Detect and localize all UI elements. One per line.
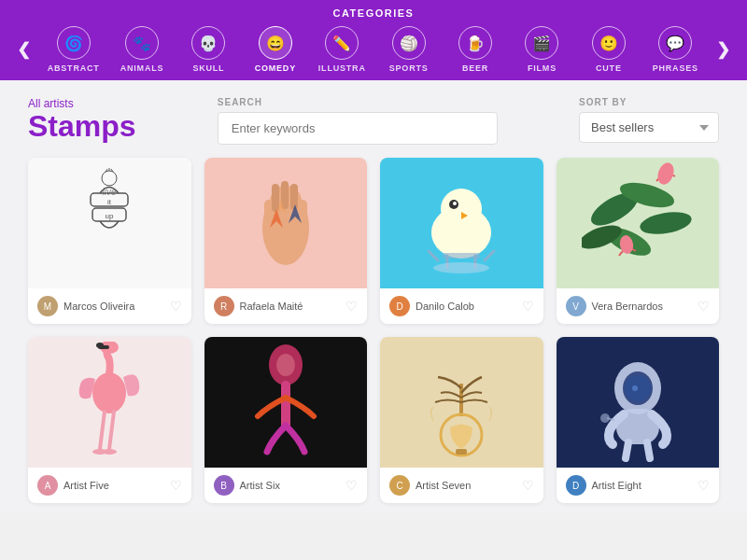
nav-item-sports[interactable]: 🏐 SPORTS [379, 24, 439, 75]
svg-point-57 [632, 385, 638, 391]
artist-info-2: R Rafaela Maité [214, 296, 303, 316]
svg-rect-28 [443, 253, 480, 259]
sort-label: SORT BY [579, 97, 719, 107]
beer-label: BEER [462, 63, 488, 73]
card-2[interactable]: R Rafaela Maité ♡ [204, 158, 368, 324]
card-illustration-1: live it up [28, 158, 191, 288]
skull-label: SKULL [192, 63, 224, 73]
sort-select[interactable]: Best sellers Newest Most liked [579, 112, 719, 143]
card-6[interactable]: B Artist Six ♡ [204, 337, 368, 503]
nav-item-abstract[interactable]: 🌀 ABSTRACT [42, 24, 106, 75]
header-row: All artists Stamps SEARCH SORT BY Best s… [28, 97, 719, 145]
card-illustration-8 [557, 337, 720, 468]
svg-point-22 [453, 202, 457, 205]
card-4[interactable]: V Vera Bernardos ♡ [557, 158, 720, 324]
abstract-icon: 🌀 [57, 26, 91, 60]
svg-line-41 [100, 412, 105, 449]
card-7[interactable]: C Artist Seven ♡ [380, 337, 543, 503]
heart-icon-3[interactable]: ♡ [522, 299, 534, 314]
artist-info-8: D Artist Eight [566, 475, 641, 496]
card-8[interactable]: D Artist Eight ♡ [557, 337, 720, 503]
heart-icon-7[interactable]: ♡ [522, 478, 534, 493]
all-artists-link[interactable]: All artists [28, 97, 136, 110]
stamps-grid: live it up M Marcos Oliveira ♡ [28, 158, 719, 503]
card-footer-3: D Danilo Calob ♡ [380, 288, 543, 324]
cute-label: CUTE [596, 63, 622, 73]
artist-name-7: Artist Seven [416, 480, 471, 491]
card-image-1: live it up [28, 158, 191, 288]
avatar-2: R [214, 296, 234, 316]
svg-point-29 [433, 262, 489, 273]
svg-point-20 [441, 189, 482, 230]
heart-icon-4[interactable]: ♡ [698, 299, 710, 314]
artist-name-4: Vera Bernardos [592, 301, 663, 312]
artist-name-8: Artist Eight [592, 480, 641, 491]
cute-icon: 🙂 [592, 26, 626, 60]
card-illustration-5 [28, 337, 191, 468]
svg-point-37 [92, 372, 126, 413]
card-image-5 [28, 337, 191, 468]
artist-name-5: Artist Five [63, 480, 109, 491]
search-input[interactable] [218, 112, 498, 145]
card-1[interactable]: live it up M Marcos Oliveira ♡ [28, 158, 191, 324]
prev-arrow[interactable]: ❮ [9, 39, 38, 60]
heart-icon-5[interactable]: ♡ [170, 478, 182, 493]
avatar-3: D [389, 296, 410, 316]
illustra-label: ILLUSTRA [318, 63, 366, 73]
card-illustration-6 [204, 337, 368, 468]
artist-name-2: Rafaela Maité [240, 301, 303, 312]
heart-icon-6[interactable]: ♡ [345, 478, 358, 493]
svg-text:up: up [106, 212, 114, 220]
artist-name-6: Artist Six [240, 480, 280, 491]
artist-info-1: M Marcos Oliveira [37, 296, 134, 316]
artist-name-1: Marcos Oliveira [63, 301, 134, 312]
card-5[interactable]: A Artist Five ♡ [28, 337, 191, 503]
card-footer-2: R Rafaela Maité ♡ [204, 288, 368, 324]
card-3[interactable]: D Danilo Calob ♡ [380, 158, 543, 324]
card-illustration-7 [380, 337, 543, 468]
card-image-3 [380, 158, 543, 288]
heart-icon-2[interactable]: ♡ [345, 299, 358, 314]
svg-text:it: it [107, 198, 112, 206]
avatar-6: B [214, 475, 234, 496]
svg-point-40 [96, 343, 104, 348]
nav-item-animals[interactable]: 🐾 ANIMALS [112, 24, 172, 75]
nav-item-films[interactable]: 🎬 FILMS [512, 24, 571, 75]
next-arrow[interactable]: ❯ [709, 39, 738, 60]
abstract-label: ABSTRACT [48, 63, 100, 73]
films-label: FILMS [528, 63, 557, 73]
illustra-icon: ✏️ [325, 26, 359, 60]
svg-point-32 [638, 208, 693, 237]
page-title: Stamps [28, 110, 136, 143]
nav-item-phrases[interactable]: 💬 PHRASES [645, 24, 705, 75]
nav-items-container: 🌀 ABSTRACT 🐾 ANIMALS 💀 SKULL 😄 COMEDY ✏️… [38, 24, 709, 75]
sort-section: SORT BY Best sellers Newest Most liked [579, 97, 719, 143]
beer-icon: 🍺 [458, 26, 492, 60]
svg-line-24 [429, 251, 438, 260]
nav-item-comedy[interactable]: 😄 COMEDY [246, 24, 305, 75]
card-footer-6: B Artist Six ♡ [204, 468, 368, 503]
svg-rect-13 [272, 184, 279, 212]
svg-point-44 [102, 449, 117, 455]
nav-item-skull[interactable]: 💀 SKULL [178, 24, 238, 75]
animals-label: ANIMALS [120, 63, 164, 73]
card-image-7 [380, 337, 543, 468]
card-footer-5: A Artist Five ♡ [28, 468, 191, 503]
nav-items-row: ❮ 🌀 ABSTRACT 🐾 ANIMALS 💀 SKULL 😄 COMEDY … [0, 24, 747, 75]
skull-icon: 💀 [191, 26, 225, 60]
svg-rect-48 [456, 449, 467, 455]
svg-point-5 [102, 171, 117, 186]
avatar-4: V [566, 296, 586, 316]
heart-icon-1[interactable]: ♡ [170, 299, 182, 314]
search-section: SEARCH [218, 97, 498, 145]
films-icon: 🎬 [525, 26, 558, 60]
nav-item-cute[interactable]: 🙂 CUTE [579, 24, 639, 75]
sports-label: SPORTS [389, 63, 429, 73]
svg-rect-12 [298, 200, 307, 232]
card-image-4 [557, 158, 720, 288]
nav-item-illustra[interactable]: ✏️ ILLUSTRA [312, 24, 372, 75]
heart-icon-8[interactable]: ♡ [698, 478, 710, 493]
nav-item-beer[interactable]: 🍺 BEER [445, 24, 505, 75]
svg-point-56 [600, 413, 610, 423]
card-illustration-2 [204, 158, 368, 288]
